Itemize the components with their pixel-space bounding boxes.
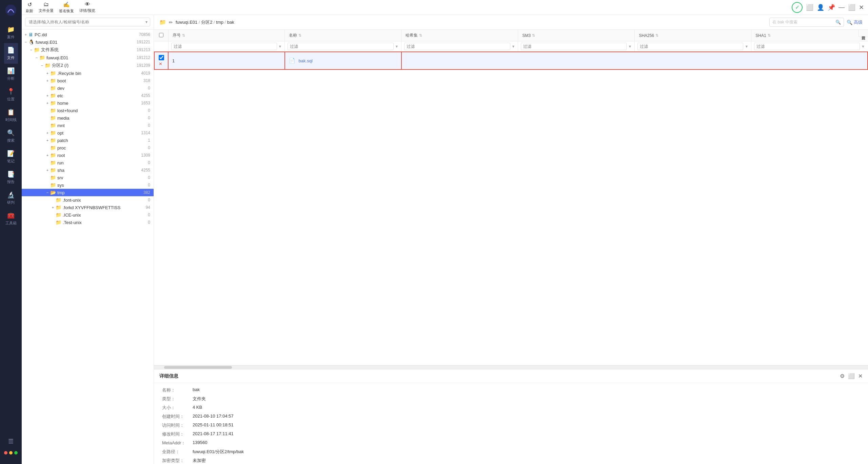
tree-item-fuwuqi[interactable]: − 🐧 fuwuqi.E01 191221 <box>22 38 154 46</box>
tree-toggle-tmp[interactable]: − <box>45 190 50 195</box>
tree-item-etc[interactable]: + 📁 etc 4255 <box>22 92 154 99</box>
tree-toggle-pc_dd[interactable]: + <box>23 33 28 37</box>
tree-item-patch[interactable]: + 📁 patch 1 <box>22 137 154 144</box>
toolbar-btn-show_all[interactable]: 🗂文件全显 <box>39 1 54 13</box>
horizontal-scrollbar[interactable] <box>154 365 868 369</box>
sidebar-item-notes[interactable]: 📝笔记 <box>4 146 18 167</box>
tree-item-lost_found[interactable]: 📁 lost+found 0 <box>22 107 154 114</box>
tree-item-filesystem[interactable]: − 📁 文件系统 191213 <box>22 46 154 54</box>
filter-input-sha1[interactable] <box>754 43 860 50</box>
sort-icon-hash[interactable]: ⇅ <box>419 33 422 38</box>
tree-toggle-forkd[interactable]: + <box>50 205 56 209</box>
tree-item-sys[interactable]: 📁 sys 0 <box>22 181 154 189</box>
detail-layout-icon[interactable]: ⬜ <box>848 373 855 379</box>
filter-icon-num[interactable]: ▼ <box>278 44 282 48</box>
row-checkbox[interactable] <box>159 55 164 60</box>
tree-toggle-root[interactable]: + <box>45 153 50 157</box>
breadcrumb-edit-icon[interactable]: ✏ <box>169 20 173 25</box>
tree-toggle-sha[interactable]: + <box>45 168 50 172</box>
sidebar-item-files[interactable]: 📄文件 <box>4 43 18 64</box>
tree-toggle-home[interactable]: + <box>45 101 50 105</box>
tree-item-recycle_bin[interactable]: + 📁 .Recycle bin 4019 <box>22 69 154 77</box>
tree-item-media[interactable]: 📁 media 0 <box>22 114 154 122</box>
tree-item-proc[interactable]: 📁 proc 0 <box>22 144 154 152</box>
tree-count-opt: 1314 <box>141 130 150 135</box>
filter-input-hash[interactable] <box>404 43 510 50</box>
sidebar-item-toolbox[interactable]: 🧰工具箱 <box>4 208 18 229</box>
tree-toggle-etc[interactable]: + <box>45 94 50 98</box>
tree-toggle-opt[interactable]: + <box>45 131 50 135</box>
sort-icon-num[interactable]: ⇅ <box>182 33 185 38</box>
close-icon[interactable]: ✕ <box>859 4 864 11</box>
row-sha256-cell <box>635 52 751 69</box>
advanced-search-button[interactable]: 🔍 高级 <box>847 19 863 25</box>
tree-toggle-filesystem[interactable]: − <box>28 48 34 52</box>
tree-item-home[interactable]: + 📁 home 1653 <box>22 99 154 107</box>
filter-icon-sm3[interactable]: ▼ <box>628 44 632 48</box>
tree-item-font_unix[interactable]: 📁 .font-unix 0 <box>22 196 154 204</box>
sidebar-item-cases[interactable]: 📁案件 <box>4 22 18 43</box>
tree-item-test_unix[interactable]: 📁 .Test-unix 0 <box>22 219 154 226</box>
sidebar-label-research: 研判 <box>7 200 15 205</box>
filter-icon-sha256[interactable]: ▼ <box>745 44 748 48</box>
filter-icon-name[interactable]: ▼ <box>395 44 399 48</box>
sidebar-menu-btn[interactable]: ☰ <box>4 434 18 448</box>
maximize-icon[interactable]: ⬜ <box>848 4 855 11</box>
green-circle-button[interactable]: ✓ <box>792 2 803 13</box>
tree-item-sha[interactable]: + 📁 sha 4255 <box>22 166 154 174</box>
tree-item-srv[interactable]: 📁 srv 0 <box>22 174 154 181</box>
tree-item-partition2[interactable]: − 📁 分区2 (/) 191209 <box>22 61 154 69</box>
select-all-checkbox[interactable] <box>159 33 163 37</box>
tree-item-dev[interactable]: 📁 dev 0 <box>22 84 154 92</box>
sort-icon-sm3[interactable]: ⇅ <box>532 33 535 38</box>
filter-icon-hash[interactable]: ▼ <box>512 44 515 48</box>
tree-item-ice_unix[interactable]: 📁 .ICE-unix 0 <box>22 211 154 219</box>
tree-item-fuwuqi_e01_2[interactable]: − 📁 fuwuqi.E01 191212 <box>22 54 154 61</box>
tree-item-mnt[interactable]: 📁 mnt 0 <box>22 122 154 129</box>
tree-item-root[interactable]: + 📁 root 1309 <box>22 152 154 159</box>
tree-toggle-recycle_bin[interactable]: + <box>45 71 50 75</box>
tree-toggle-partition2[interactable]: − <box>39 63 45 67</box>
sidebar-item-location[interactable]: 📍位置 <box>4 84 18 105</box>
filter-icon-sha1[interactable]: ▼ <box>861 44 865 48</box>
tree-item-pc_dd[interactable]: + 🖥 PC.dd 70856 <box>22 31 154 38</box>
detail-close-icon[interactable]: ✕ <box>858 373 863 379</box>
sort-icon-sha256[interactable]: ⇅ <box>655 33 658 38</box>
tree-toggle-fuwuqi[interactable]: − <box>23 40 28 44</box>
tree-item-forkd[interactable]: + 📁 .forkd XYVFFNBSWFETTISS 94 <box>22 204 154 211</box>
toolbar-btn-detail_preview[interactable]: 👁详情/预览 <box>79 1 95 13</box>
sidebar-item-report[interactable]: 📑报告 <box>4 167 18 188</box>
tree-item-tmp[interactable]: − 📂 tmp 382 <box>22 189 154 196</box>
tree-toggle-patch[interactable]: + <box>45 138 50 142</box>
detail-settings-icon[interactable]: ⚙ <box>840 373 845 379</box>
tree-item-run[interactable]: 📁 run 0 <box>22 159 154 166</box>
tree-item-opt[interactable]: + 📁 opt 1314 <box>22 129 154 137</box>
export-icon[interactable]: ⬜ <box>806 4 813 11</box>
settings-column-button[interactable]: 设置列 <box>859 30 868 37</box>
toolbar-btn-sign_recover[interactable]: ✍签名恢复 <box>59 1 74 14</box>
file-name-link[interactable]: bak.sql <box>299 58 313 63</box>
filter-input-name[interactable] <box>288 43 393 50</box>
sort-icon-name[interactable]: ⇅ <box>298 33 301 38</box>
detail-field-label: 加密类型： <box>162 458 193 464</box>
minimize-icon[interactable]: — <box>839 4 845 11</box>
pin-icon[interactable]: 📌 <box>828 4 835 11</box>
sort-icon-sha1[interactable]: ⇅ <box>768 33 771 38</box>
table-filter-row: ▼▼▼▼▼▼ <box>154 41 868 52</box>
filter-input-num[interactable] <box>171 43 277 50</box>
sidebar-item-search[interactable]: 🔍搜索 <box>4 126 18 146</box>
user-icon[interactable]: 👤 <box>817 4 824 11</box>
tree-item-boot[interactable]: + 📁 boot 318 <box>22 77 154 84</box>
tree-toggle-fuwuqi_e01_2[interactable]: − <box>34 56 39 60</box>
toolbar-btn-refresh[interactable]: ↺刷新 <box>26 1 33 14</box>
tree-toggle-boot[interactable]: + <box>45 79 50 83</box>
filter-input-sm3[interactable] <box>521 43 627 50</box>
file-search-bar[interactable]: 在 bak 中搜索 🔍 <box>769 18 844 27</box>
filter-input-sha256[interactable] <box>637 43 743 50</box>
scrollbar-thumb[interactable] <box>164 366 232 369</box>
tree-search-input[interactable] <box>25 18 150 26</box>
sidebar-item-analysis[interactable]: 📊分析 <box>4 64 18 84</box>
sidebar-item-research[interactable]: 🔬研判 <box>4 188 18 208</box>
table-row[interactable]: ✕ 1 📄 bak.sql <box>154 52 868 69</box>
sidebar-item-timeline[interactable]: 📋时间线 <box>4 105 18 126</box>
